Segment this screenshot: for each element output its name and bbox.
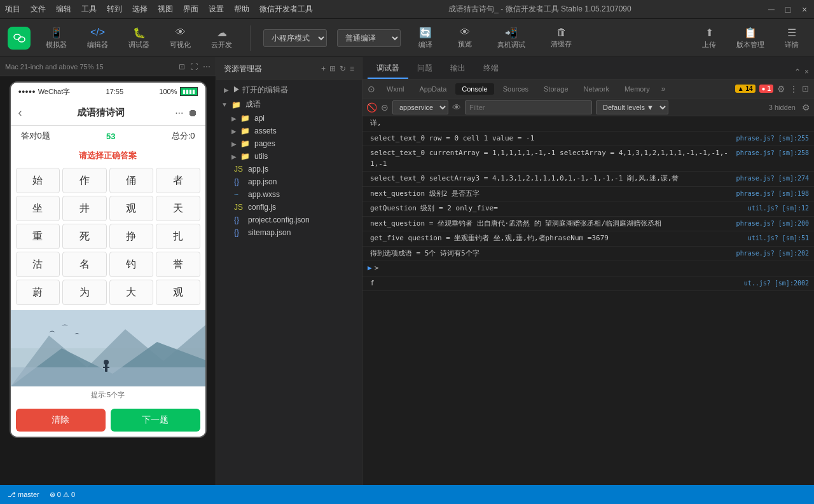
collapse-panel-icon[interactable]: ⌃ [794, 67, 801, 76]
grid-cell-2-2[interactable]: 井 [62, 196, 107, 221]
menu-item-project[interactable]: 项目 [5, 4, 20, 15]
grid-cell-2-4[interactable]: 天 [156, 196, 200, 221]
minimize-button[interactable]: ─ [767, 5, 776, 14]
line-source-3[interactable]: phrase.js? [sm]:274 [736, 174, 809, 183]
detail-button[interactable]: ☰ 详情 [777, 24, 806, 52]
menu-item-tools[interactable]: 工具 [81, 4, 97, 15]
clear-cache-button[interactable]: 🗑 清缓存 [543, 24, 579, 51]
grid-cell-4-2[interactable]: 名 [62, 252, 107, 277]
line-source-1[interactable]: phrase.js? [sm]:255 [736, 133, 809, 143]
line-source-2[interactable]: phrase.js? [sm]:258 [736, 148, 809, 158]
line-source-6[interactable]: phrase.js? [sm]:200 [736, 219, 809, 228]
tab-terminal[interactable]: 终端 [474, 59, 507, 79]
menu-item-edit[interactable]: 编辑 [56, 4, 71, 15]
grid-cell-2-1[interactable]: 坐 [16, 196, 60, 221]
menu-item-interface[interactable]: 界面 [183, 4, 198, 15]
grid-cell-4-3[interactable]: 钓 [109, 252, 154, 277]
app-json-file[interactable]: {} app.json [216, 175, 362, 188]
filter-input[interactable] [465, 100, 592, 114]
subtab-network[interactable]: Network [577, 83, 616, 95]
more-options-icon[interactable]: ⋮ [789, 84, 798, 94]
assets-folder[interactable]: ▶ 📁 assets [216, 125, 362, 137]
maximize-button[interactable]: □ [783, 5, 792, 14]
grid-cell-1-1[interactable]: 始 [16, 168, 60, 193]
menu-item-wechat[interactable]: 微信开发者工具 [259, 4, 313, 15]
menu-item-view[interactable]: 视图 [158, 4, 173, 15]
mode-select[interactable]: 小程序模式 [263, 29, 327, 47]
grid-cell-4-4[interactable]: 誉 [156, 252, 200, 277]
menu-item-file[interactable]: 文件 [31, 4, 46, 15]
rotate-icon[interactable]: ⊡ [179, 62, 185, 71]
line-source-4[interactable]: phrase.js? [sm]:198 [736, 189, 809, 198]
grid-cell-3-3[interactable]: 挣 [109, 224, 154, 249]
layout-icon[interactable]: ⋯ [203, 62, 210, 71]
compile-select-group[interactable]: 普通编译 [337, 29, 401, 47]
grid-cell-5-2[interactable]: 为 [62, 280, 107, 305]
config-js-file[interactable]: JS config.js [216, 201, 362, 214]
grid-cell-1-2[interactable]: 作 [62, 168, 107, 193]
menu-item-select[interactable]: 选择 [132, 4, 148, 15]
project-config-file[interactable]: {} project.config.json [216, 214, 362, 226]
grid-cell-1-3[interactable]: 俑 [109, 168, 154, 193]
utils-folder[interactable]: ▶ 📁 utils [216, 150, 362, 163]
api-folder[interactable]: ▶ 📁 api [216, 112, 362, 125]
menu-item-help[interactable]: 帮助 [234, 4, 249, 15]
root-folder[interactable]: ▼ 📁 成语 [216, 97, 362, 112]
compile-select[interactable]: 普通编译 [337, 29, 401, 47]
cloud-button[interactable]: ☁ 云开发 [206, 24, 237, 52]
clear-console-icon[interactable]: 🚫 [366, 102, 377, 112]
preview-button[interactable]: 👁 预览 [450, 24, 479, 51]
new-folder-icon[interactable]: ⊞ [329, 64, 336, 73]
close-button[interactable]: × [800, 5, 809, 14]
inspect-icon[interactable]: ⊙ [368, 84, 375, 94]
phone-record-btn[interactable]: ⏺ [188, 107, 198, 119]
grid-cell-5-4[interactable]: 观 [156, 280, 200, 305]
grid-cell-5-3[interactable]: 大 [109, 280, 154, 305]
next-button[interactable]: 下一题 [111, 409, 200, 432]
subtab-memory[interactable]: Memory [618, 83, 656, 95]
simulator-button[interactable]: 📱 模拟器 [41, 24, 72, 52]
real-device-button[interactable]: 📲 真机调试 [490, 24, 533, 52]
subtab-console[interactable]: Console [455, 83, 493, 95]
compile-button[interactable]: 🔄 编译 [411, 24, 440, 52]
tab-problems[interactable]: 问题 [408, 59, 441, 79]
settings-icon[interactable]: ⚙ [777, 84, 785, 94]
menu-item-goto[interactable]: 转到 [107, 4, 122, 15]
grid-cell-1-4[interactable]: 者 [156, 168, 200, 193]
version-button[interactable]: 📋 版本管理 [729, 24, 772, 52]
clear-button[interactable]: 清除 [16, 409, 106, 432]
file-tree-actions[interactable]: + ⊞ ↻ ≡ [321, 64, 354, 73]
subtab-storage[interactable]: Storage [537, 83, 575, 95]
eye-icon[interactable]: 👁 [452, 102, 461, 112]
context-select[interactable]: appservice [392, 100, 448, 114]
phone-back-btn[interactable]: ‹ [18, 106, 22, 119]
menu-item-settings[interactable]: 设置 [209, 4, 224, 15]
fullscreen-icon[interactable]: ⛶ [190, 62, 198, 71]
grid-cell-3-2[interactable]: 死 [62, 224, 107, 249]
line-source-5[interactable]: util.js? [sm]:12 [748, 203, 809, 213]
close-panel-icon[interactable]: × [804, 67, 809, 76]
sitemap-file[interactable]: {} sitemap.json [216, 226, 362, 239]
levels-select[interactable]: Default levels ▼ [596, 100, 668, 114]
refresh-icon[interactable]: ↻ [340, 64, 346, 73]
mode-select-group[interactable]: 小程序模式 [263, 29, 327, 47]
debugger-button[interactable]: 🐛 调试器 [123, 24, 155, 52]
editor-button[interactable]: </> 编辑器 [82, 24, 113, 52]
line-source-10[interactable]: ut..js? [sm]:2002 [744, 278, 809, 288]
line-source-8[interactable]: phrase.js? [sm]:202 [736, 249, 809, 258]
tab-output[interactable]: 输出 [441, 59, 474, 79]
grid-cell-3-1[interactable]: 重 [16, 224, 60, 249]
pause-on-exception-icon[interactable]: ⊝ [381, 102, 389, 112]
app-js-file[interactable]: JS app.js [216, 163, 362, 175]
detach-icon[interactable]: ⊡ [802, 84, 809, 93]
subtab-appdata[interactable]: AppData [413, 83, 453, 95]
subtab-wxml[interactable]: Wxml [380, 83, 411, 95]
settings-filter-icon[interactable]: ⚙ [802, 102, 810, 112]
line-source-7[interactable]: util.js? [sm]:51 [748, 233, 809, 243]
visible-button[interactable]: 👁 可视化 [165, 24, 196, 52]
tab-debugger[interactable]: 调试器 [368, 59, 408, 79]
new-file-icon[interactable]: + [321, 64, 326, 73]
grid-cell-5-1[interactable]: 蔚 [16, 280, 60, 305]
upload-button[interactable]: ⬆ 上传 [694, 24, 724, 52]
grid-cell-4-1[interactable]: 沽 [16, 252, 60, 277]
